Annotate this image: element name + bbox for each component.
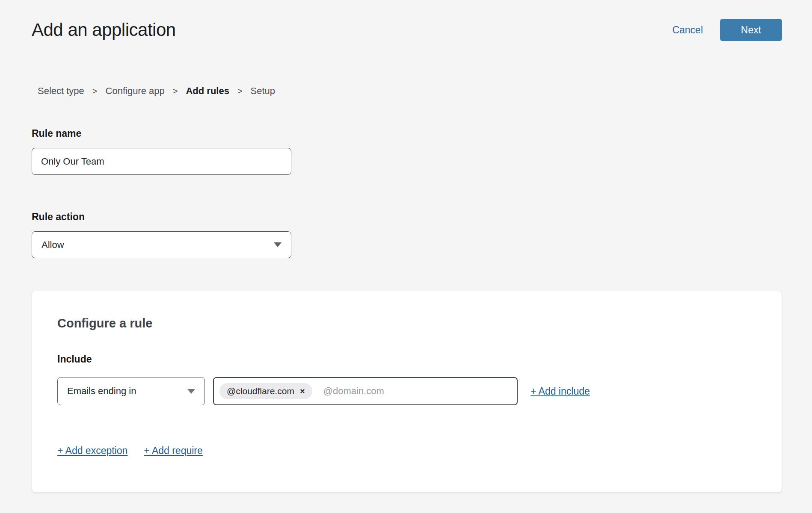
chevron-down-icon [187, 389, 195, 394]
include-rule-row: Emails ending in @cloudflare.com × + Add… [57, 377, 590, 405]
email-domain-tag-input[interactable]: @cloudflare.com × [213, 377, 518, 405]
rule-name-input[interactable] [32, 148, 291, 175]
cancel-button[interactable]: Cancel [672, 24, 703, 36]
breadcrumb-separator: > [237, 86, 243, 96]
breadcrumb-step-select-type[interactable]: Select type [38, 86, 84, 97]
email-domain-chip-label: @cloudflare.com [227, 386, 294, 396]
add-application-page: Add an application Cancel Next Select ty… [0, 0, 812, 513]
add-require-link[interactable]: + Add require [144, 445, 202, 457]
rule-action-selected-value: Allow [41, 239, 64, 251]
header-actions: Cancel Next [672, 19, 782, 41]
page-title: Add an application [32, 20, 176, 40]
add-exception-link[interactable]: + Add exception [57, 445, 127, 457]
breadcrumb-separator: > [92, 86, 98, 96]
rule-name-label: Rule name [32, 128, 81, 139]
breadcrumb-separator: > [173, 86, 178, 96]
next-button[interactable]: Next [720, 19, 782, 41]
chip-remove-icon[interactable]: × [300, 387, 305, 395]
breadcrumb-step-configure-app[interactable]: Configure app [106, 86, 165, 97]
rule-action-select[interactable]: Allow [32, 231, 291, 258]
breadcrumb-step-add-rules[interactable]: Add rules [186, 86, 229, 97]
add-include-link[interactable]: + Add include [530, 386, 590, 397]
chevron-down-icon [274, 242, 282, 247]
configure-rule-card: Configure a rule Include Emails ending i… [32, 291, 782, 492]
include-criteria-selected-value: Emails ending in [67, 386, 136, 397]
configure-rule-title: Configure a rule [57, 316, 152, 330]
breadcrumb: Select type > Configure app > Add rules … [38, 86, 275, 97]
page-header: Add an application Cancel Next [32, 19, 782, 41]
include-label: Include [57, 354, 92, 365]
rule-extra-links-row: + Add exception + Add require [57, 445, 203, 457]
breadcrumb-step-setup[interactable]: Setup [251, 86, 276, 97]
include-criteria-select[interactable]: Emails ending in [57, 377, 205, 405]
email-domain-input[interactable] [323, 386, 511, 397]
email-domain-chip: @cloudflare.com × [219, 383, 312, 399]
rule-action-label: Rule action [32, 211, 85, 223]
